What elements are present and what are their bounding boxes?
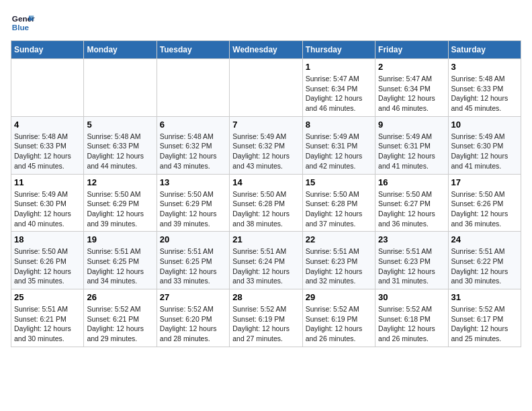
day-cell: 23Sunrise: 5:51 AM Sunset: 6:23 PM Dayli… (375, 232, 448, 289)
day-cell: 9Sunrise: 5:49 AM Sunset: 6:31 PM Daylig… (375, 116, 448, 174)
day-cell: 13Sunrise: 5:50 AM Sunset: 6:29 PM Dayli… (157, 174, 229, 232)
day-info: Sunrise: 5:48 AM Sunset: 6:32 PM Dayligh… (160, 132, 226, 171)
day-cell: 31Sunrise: 5:52 AM Sunset: 6:17 PM Dayli… (448, 289, 521, 347)
day-number: 20 (160, 234, 226, 244)
weekday-header-saturday: Saturday (448, 41, 521, 59)
day-number: 14 (232, 177, 299, 187)
day-number: 28 (232, 292, 299, 302)
day-info: Sunrise: 5:47 AM Sunset: 6:34 PM Dayligh… (378, 74, 445, 113)
day-number: 11 (14, 177, 81, 187)
day-cell (230, 59, 302, 117)
day-number: 27 (160, 292, 226, 302)
svg-text:Blue: Blue (12, 23, 30, 32)
day-number: 17 (451, 177, 518, 187)
day-number: 31 (451, 292, 518, 302)
day-cell: 15Sunrise: 5:50 AM Sunset: 6:28 PM Dayli… (302, 174, 375, 232)
day-cell: 7Sunrise: 5:49 AM Sunset: 6:32 PM Daylig… (230, 116, 302, 174)
page-header: General Blue (11, 11, 521, 35)
day-number: 1 (306, 62, 372, 72)
day-cell (84, 59, 157, 117)
day-info: Sunrise: 5:51 AM Sunset: 6:22 PM Dayligh… (451, 246, 518, 286)
day-cell: 6Sunrise: 5:48 AM Sunset: 6:32 PM Daylig… (157, 116, 229, 174)
day-info: Sunrise: 5:52 AM Sunset: 6:17 PM Dayligh… (451, 304, 518, 344)
day-cell: 1Sunrise: 5:47 AM Sunset: 6:34 PM Daylig… (302, 59, 375, 117)
day-cell (11, 59, 84, 117)
day-cell: 19Sunrise: 5:51 AM Sunset: 6:25 PM Dayli… (84, 232, 157, 289)
day-number: 23 (378, 234, 445, 244)
day-cell: 14Sunrise: 5:50 AM Sunset: 6:28 PM Dayli… (230, 174, 302, 232)
day-number: 12 (87, 177, 153, 187)
day-info: Sunrise: 5:47 AM Sunset: 6:34 PM Dayligh… (306, 74, 372, 113)
day-cell: 18Sunrise: 5:50 AM Sunset: 6:26 PM Dayli… (11, 232, 84, 289)
day-info: Sunrise: 5:51 AM Sunset: 6:25 PM Dayligh… (160, 246, 226, 286)
weekday-header-thursday: Thursday (302, 41, 375, 59)
day-number: 24 (451, 234, 518, 244)
day-number: 5 (87, 120, 153, 130)
day-number: 2 (378, 62, 445, 72)
day-info: Sunrise: 5:50 AM Sunset: 6:29 PM Dayligh… (87, 189, 153, 229)
day-cell: 24Sunrise: 5:51 AM Sunset: 6:22 PM Dayli… (448, 232, 521, 289)
weekday-header-wednesday: Wednesday (230, 41, 302, 59)
week-row-3: 11Sunrise: 5:49 AM Sunset: 6:30 PM Dayli… (11, 174, 521, 232)
day-info: Sunrise: 5:48 AM Sunset: 6:33 PM Dayligh… (451, 74, 518, 113)
day-cell: 17Sunrise: 5:50 AM Sunset: 6:26 PM Dayli… (448, 174, 521, 232)
day-info: Sunrise: 5:51 AM Sunset: 6:21 PM Dayligh… (14, 304, 81, 344)
day-info: Sunrise: 5:49 AM Sunset: 6:30 PM Dayligh… (14, 189, 81, 229)
day-cell: 21Sunrise: 5:51 AM Sunset: 6:24 PM Dayli… (230, 232, 302, 289)
day-cell: 27Sunrise: 5:52 AM Sunset: 6:20 PM Dayli… (157, 289, 229, 347)
day-info: Sunrise: 5:48 AM Sunset: 6:33 PM Dayligh… (87, 132, 153, 171)
day-cell: 10Sunrise: 5:49 AM Sunset: 6:30 PM Dayli… (448, 116, 521, 174)
day-info: Sunrise: 5:50 AM Sunset: 6:28 PM Dayligh… (232, 189, 299, 229)
day-info: Sunrise: 5:50 AM Sunset: 6:27 PM Dayligh… (378, 189, 445, 229)
day-number: 21 (232, 234, 299, 244)
day-info: Sunrise: 5:52 AM Sunset: 6:21 PM Dayligh… (87, 304, 153, 344)
weekday-header-friday: Friday (375, 41, 448, 59)
day-number: 4 (14, 120, 81, 130)
day-info: Sunrise: 5:50 AM Sunset: 6:26 PM Dayligh… (451, 189, 518, 229)
day-info: Sunrise: 5:52 AM Sunset: 6:20 PM Dayligh… (160, 304, 226, 344)
day-info: Sunrise: 5:52 AM Sunset: 6:19 PM Dayligh… (306, 304, 372, 344)
week-row-4: 18Sunrise: 5:50 AM Sunset: 6:26 PM Dayli… (11, 232, 521, 289)
week-row-2: 4Sunrise: 5:48 AM Sunset: 6:33 PM Daylig… (11, 116, 521, 174)
day-number: 25 (14, 292, 81, 302)
day-number: 16 (378, 177, 445, 187)
day-cell: 30Sunrise: 5:52 AM Sunset: 6:18 PM Dayli… (375, 289, 448, 347)
day-info: Sunrise: 5:50 AM Sunset: 6:29 PM Dayligh… (160, 189, 226, 229)
day-cell (157, 59, 229, 117)
day-cell: 12Sunrise: 5:50 AM Sunset: 6:29 PM Dayli… (84, 174, 157, 232)
day-info: Sunrise: 5:48 AM Sunset: 6:33 PM Dayligh… (14, 132, 81, 171)
day-number: 6 (160, 120, 226, 130)
weekday-header-sunday: Sunday (11, 41, 84, 59)
day-number: 22 (306, 234, 372, 244)
day-number: 26 (87, 292, 153, 302)
day-cell: 28Sunrise: 5:52 AM Sunset: 6:19 PM Dayli… (230, 289, 302, 347)
day-info: Sunrise: 5:49 AM Sunset: 6:31 PM Dayligh… (378, 132, 445, 171)
day-cell: 8Sunrise: 5:49 AM Sunset: 6:31 PM Daylig… (302, 116, 375, 174)
day-info: Sunrise: 5:49 AM Sunset: 6:30 PM Dayligh… (451, 132, 518, 171)
day-cell: 3Sunrise: 5:48 AM Sunset: 6:33 PM Daylig… (448, 59, 521, 117)
weekday-header-row: SundayMondayTuesdayWednesdayThursdayFrid… (11, 41, 521, 59)
day-info: Sunrise: 5:49 AM Sunset: 6:31 PM Dayligh… (306, 132, 372, 171)
day-number: 7 (232, 120, 299, 130)
day-cell: 16Sunrise: 5:50 AM Sunset: 6:27 PM Dayli… (375, 174, 448, 232)
weekday-header-monday: Monday (84, 41, 157, 59)
calendar-table: SundayMondayTuesdayWednesdayThursdayFrid… (11, 40, 521, 347)
day-cell: 29Sunrise: 5:52 AM Sunset: 6:19 PM Dayli… (302, 289, 375, 347)
day-number: 30 (378, 292, 445, 302)
day-info: Sunrise: 5:50 AM Sunset: 6:28 PM Dayligh… (306, 189, 372, 229)
day-info: Sunrise: 5:50 AM Sunset: 6:26 PM Dayligh… (14, 246, 81, 286)
day-cell: 22Sunrise: 5:51 AM Sunset: 6:23 PM Dayli… (302, 232, 375, 289)
week-row-1: 1Sunrise: 5:47 AM Sunset: 6:34 PM Daylig… (11, 59, 521, 117)
day-cell: 20Sunrise: 5:51 AM Sunset: 6:25 PM Dayli… (157, 232, 229, 289)
day-number: 13 (160, 177, 226, 187)
day-number: 18 (14, 234, 81, 244)
day-number: 29 (306, 292, 372, 302)
day-number: 9 (378, 120, 445, 130)
day-info: Sunrise: 5:51 AM Sunset: 6:23 PM Dayligh… (378, 246, 445, 286)
day-number: 8 (306, 120, 372, 130)
day-cell: 26Sunrise: 5:52 AM Sunset: 6:21 PM Dayli… (84, 289, 157, 347)
day-cell: 25Sunrise: 5:51 AM Sunset: 6:21 PM Dayli… (11, 289, 84, 347)
day-cell: 4Sunrise: 5:48 AM Sunset: 6:33 PM Daylig… (11, 116, 84, 174)
day-info: Sunrise: 5:51 AM Sunset: 6:24 PM Dayligh… (232, 246, 299, 286)
day-info: Sunrise: 5:51 AM Sunset: 6:25 PM Dayligh… (87, 246, 153, 286)
